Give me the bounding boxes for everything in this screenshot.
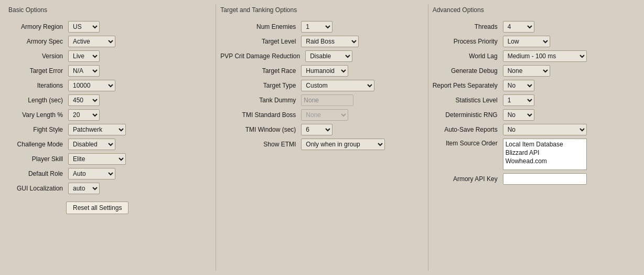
process-priority-select[interactable]: LowNormalHigh [503, 36, 550, 47]
num-enemies-row: Num Enemies 123456810 [220, 21, 423, 33]
target-type-row: Target Type CustomNoneAddTank_AddRaid_Bo… [220, 80, 423, 91]
num-enemies-select[interactable]: 123456810 [301, 21, 332, 33]
basic-options-panel: Basic Options Armory Region USEUKRTWCN A… [4, 4, 216, 271]
challenge-mode-select[interactable]: DisabledEnabled [68, 139, 115, 150]
tmi-standard-boss-row: TMI Standard Boss None [220, 109, 423, 121]
pvp-crit-label: PVP Crit Damage Reduction [220, 52, 303, 60]
item-source-local[interactable]: Local Item Database [505, 140, 585, 149]
target-race-select[interactable]: HumanoidBeastDemonDragonkin [301, 65, 348, 77]
armory-spec-select[interactable]: ActivePrimarySecondary [68, 36, 115, 47]
player-skill-row: Player Skill EliteGoodAverageOrc [8, 153, 211, 165]
vary-length-select[interactable]: 0102030 [68, 109, 100, 121]
tmi-window-row: TMI Window (sec) 4567810 [220, 124, 423, 135]
gui-localization-label: GUI Localization [8, 185, 66, 192]
auto-save-reports-select[interactable]: NoYes [503, 124, 587, 135]
tmi-standard-boss-select: None [301, 109, 348, 121]
armory-api-key-input[interactable] [503, 173, 587, 185]
length-select[interactable]: 100200300450600 [68, 94, 100, 106]
fight-style-row: Fight Style PatchwerkHecticAddCleaveHelt… [8, 124, 211, 135]
reset-row: Reset all Settings [8, 197, 211, 214]
auto-save-reports-row: Auto-Save Reports NoYes [433, 124, 636, 135]
target-type-select[interactable]: CustomNoneAddTank_AddRaid_Boss [301, 80, 374, 91]
process-priority-label: Process Priority [433, 38, 501, 45]
version-label: Version [8, 52, 66, 60]
report-pets-select[interactable]: NoYes [503, 80, 534, 91]
report-pets-label: Report Pets Separately [433, 82, 501, 89]
main-container: Basic Options Armory Region USEUKRTWCN A… [0, 0, 644, 275]
tmi-window-label: TMI Window (sec) [220, 126, 299, 133]
target-error-select[interactable]: N/A0.10.20.5 [68, 65, 100, 77]
target-error-label: Target Error [8, 67, 66, 75]
version-select[interactable]: LivePTRBeta [68, 50, 100, 62]
target-error-row: Target Error N/A0.10.20.5 [8, 65, 211, 77]
process-priority-row: Process Priority LowNormalHigh [433, 36, 636, 47]
item-source-order-listbox[interactable]: Local Item Database Blizzard API Wowhead… [503, 139, 587, 170]
tank-dummy-input [301, 94, 353, 106]
threads-select[interactable]: 124816 [503, 21, 534, 33]
player-skill-label: Player Skill [8, 155, 66, 163]
armory-api-key-row: Armory API Key [433, 173, 636, 185]
target-tanking-panel: Target and Tanking Options Num Enemies 1… [216, 4, 428, 271]
length-label: Length (sec) [8, 97, 66, 104]
reset-all-settings-button[interactable]: Reset all Settings [66, 202, 128, 214]
item-source-wowhead[interactable]: Wowhead.com [505, 157, 585, 165]
tmi-standard-boss-label: TMI Standard Boss [220, 111, 299, 119]
default-role-select[interactable]: AutoTankHealerDPS [68, 168, 115, 179]
advanced-options-title: Advanced Options [433, 6, 636, 16]
generate-debug-select[interactable]: NoneLogAll [503, 65, 550, 77]
iterations-row: Iterations 100100010000100000 [8, 80, 211, 91]
show-etmi-row: Show ETMI Only when in groupAlwaysNever [220, 139, 423, 150]
threads-row: Threads 124816 [433, 21, 636, 33]
tank-dummy-row: Tank Dummy [220, 94, 423, 106]
version-row: Version LivePTRBeta [8, 50, 211, 62]
iterations-select[interactable]: 100100010000100000 [68, 80, 115, 91]
world-lag-row: World Lag Low - 25 msMedium - 100 msHigh… [433, 50, 636, 62]
deterministic-rng-select[interactable]: NoYes [503, 109, 534, 121]
player-skill-select[interactable]: EliteGoodAverageOrc [68, 153, 126, 165]
item-source-order-label: Item Source Order [433, 139, 501, 147]
target-race-row: Target Race HumanoidBeastDemonDragonkin [220, 65, 423, 77]
target-level-select[interactable]: Raid BossPlayer85868788 [301, 36, 359, 47]
armory-spec-label: Armory Spec [8, 38, 66, 45]
target-level-label: Target Level [220, 38, 299, 45]
iterations-label: Iterations [8, 82, 66, 89]
advanced-options-panel: Advanced Options Threads 124816 Process … [428, 4, 640, 271]
world-lag-select[interactable]: Low - 25 msMedium - 100 msHigh - 300 ms [503, 50, 587, 62]
target-level-row: Target Level Raid BossPlayer85868788 [220, 36, 423, 47]
armory-api-key-label: Armory API Key [433, 175, 501, 183]
statistics-level-select[interactable]: 0123 [503, 94, 534, 106]
pvp-crit-row: PVP Crit Damage Reduction DisableEnable [220, 50, 423, 62]
report-pets-row: Report Pets Separately NoYes [433, 80, 636, 91]
vary-length-row: Vary Length % 0102030 [8, 109, 211, 121]
show-etmi-select[interactable]: Only when in groupAlwaysNever [301, 139, 385, 150]
num-enemies-label: Num Enemies [220, 23, 299, 30]
armory-region-select[interactable]: USEUKRTWCN [68, 21, 100, 33]
target-type-label: Target Type [220, 82, 299, 89]
basic-options-title: Basic Options [8, 6, 211, 16]
armory-region-row: Armory Region USEUKRTWCN [8, 21, 211, 33]
tank-dummy-label: Tank Dummy [220, 97, 299, 104]
auto-save-reports-label: Auto-Save Reports [433, 126, 501, 133]
show-etmi-label: Show ETMI [220, 141, 299, 148]
vary-length-label: Vary Length % [8, 111, 66, 119]
world-lag-label: World Lag [433, 52, 501, 60]
deterministic-rng-label: Deterministic RNG [433, 111, 501, 119]
statistics-level-row: Statistics Level 0123 [433, 94, 636, 106]
target-tanking-title: Target and Tanking Options [220, 6, 423, 16]
item-source-blizzard[interactable]: Blizzard API [505, 149, 585, 157]
gui-localization-row: GUI Localization autoendefrzh [8, 183, 211, 194]
generate-debug-label: Generate Debug [433, 67, 501, 75]
fight-style-select[interactable]: PatchwerkHecticAddCleaveHelterSkelter [68, 124, 126, 135]
item-source-order-row: Item Source Order Local Item Database Bl… [433, 139, 636, 170]
challenge-mode-row: Challenge Mode DisabledEnabled [8, 139, 211, 150]
default-role-label: Default Role [8, 170, 66, 177]
default-role-row: Default Role AutoTankHealerDPS [8, 168, 211, 179]
challenge-mode-label: Challenge Mode [8, 141, 66, 148]
gui-localization-select[interactable]: autoendefrzh [68, 183, 100, 194]
deterministic-rng-row: Deterministic RNG NoYes [433, 109, 636, 121]
tmi-window-select[interactable]: 4567810 [301, 124, 332, 135]
threads-label: Threads [433, 23, 501, 30]
armory-spec-row: Armory Spec ActivePrimarySecondary [8, 36, 211, 47]
pvp-crit-select[interactable]: DisableEnable [305, 50, 352, 62]
armory-region-label: Armory Region [8, 23, 66, 30]
